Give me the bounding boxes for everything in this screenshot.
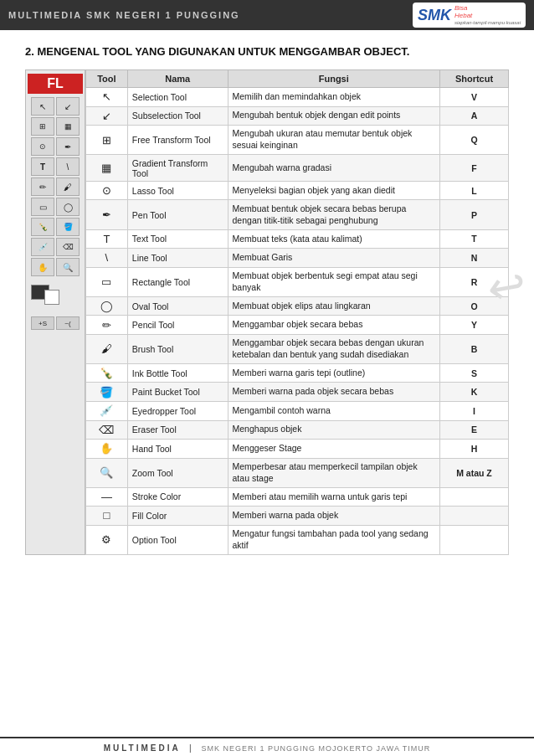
table-wrapper: FL ↖ ↙ ⊞ ▦ ⊙ ✒ T \ ✏ 🖌 ▭ ◯ [25,69,509,555]
zoom-icon[interactable]: 🔍 [56,258,80,276]
tool-shortcut-cell: B [439,334,508,363]
tool-fungsi-cell: Membuat teks (kata atau kalimat) [228,229,439,249]
tool-icon-cell: ✒ [86,200,128,229]
tool-icon-cell: — [86,487,128,507]
tool-icon-cell: 💉 [86,401,128,420]
table-row: \ Line Tool Membuat Garis N [86,249,509,268]
color-swatches [31,285,80,310]
tool-fungsi-cell: Memberi warna garis tepi (outline) [228,363,439,383]
header-title: MULTIMEDIA SMK NEGERI 1 PUNGGING [8,10,240,20]
pen-icon[interactable]: ✒ [56,137,80,156]
fill-color-swatch[interactable] [44,290,59,305]
tool-fungsi-cell: Menggambar objek secara bebas [228,316,439,335]
hand-icon[interactable]: ✋ [31,258,54,276]
logo-smk-text: SMK [418,7,451,24]
tool-name-cell: Option Tool [127,525,228,554]
rectangle-icon[interactable]: ▭ [31,198,54,216]
table-row: ▭ Rectangle Tool Membuat objek berbentuk… [86,267,509,296]
tool-name-cell: Selection Tool [127,88,228,107]
tool-shortcut-cell: V [439,88,508,107]
tool-shortcut-cell: S [439,363,508,383]
table-row: ⌫ Eraser Tool Menghapus objek E [86,420,509,440]
tool-fungsi-cell: Mengubah bentuk objek dengan edit points [228,106,439,126]
brush-icon[interactable]: 🖌 [56,177,80,196]
table-row: ⊙ Lasso Tool Menyeleksi bagian objek yan… [86,181,509,200]
tool-icon-cell: ✋ [86,440,128,459]
table-row: ↙ Subselection Tool Mengubah bentuk obje… [86,106,509,126]
table-row: □ Fill Color Memberi warna pada objek [86,507,509,526]
tool-fungsi-cell: Memberi warna pada objek [228,507,439,526]
tool-fungsi-cell: Membuat objek berbentuk segi empat atau … [228,267,439,296]
tool-shortcut-cell: T [439,229,508,249]
logo-area: SMK Bisa Hebat siapkan·tampil·mampu·kuas… [413,3,526,28]
pencil-icon[interactable]: ✏ [31,177,54,196]
snap-button[interactable]: +S [31,316,54,330]
toolbar-row-9: ✋ 🔍 [31,258,80,276]
tool-shortcut-cell: H [439,440,508,459]
tool-name-cell: Text Tool [127,229,228,249]
table-row: 🖌 Brush Tool Menggambar objek secara beb… [86,334,509,363]
tool-fungsi-cell: Menyeleksi bagian objek yang akan diedit [228,181,439,200]
tool-icon-cell: 🪣 [86,383,128,402]
tool-icon-cell: \ [86,249,128,268]
tool-shortcut-cell: M atau Z [439,458,508,487]
tool-shortcut-cell: Y [439,316,508,335]
tool-name-cell: Zoom Tool [127,458,228,487]
text-icon[interactable]: T [31,157,54,176]
eyedropper-icon[interactable]: 💉 [31,238,54,256]
tool-table: Tool Nama Fungsi Shortcut ↖ Selection To… [85,69,509,555]
tool-fungsi-cell: Membuat objek elips atau lingkaran [228,296,439,316]
table-row: ⚙ Option Tool Mengatur fungsi tambahan p… [86,525,509,554]
table-row: ✋ Hand Tool Menggeser Stage H [86,440,509,459]
toolbar-row-2: ⊞ ▦ [31,117,80,136]
tool-icon-cell: T [86,229,128,249]
tool-fungsi-cell: Menggeser Stage [228,440,439,459]
lasso-icon[interactable]: ⊙ [31,137,54,156]
tool-fungsi-cell: Mengambil contoh warna [228,401,439,420]
gradient-transform-icon[interactable]: ▦ [56,117,80,136]
smooth-button[interactable]: ~( [56,316,80,330]
col-nama: Nama [127,70,228,88]
tool-fungsi-cell: Menghapus objek [228,420,439,440]
table-row: 🔍 Zoom Tool Memperbesar atau memperkecil… [86,458,509,487]
tool-name-cell: Oval Tool [127,296,228,316]
toolbar-row-4: T \ [31,157,80,176]
paintbucket-icon[interactable]: 🪣 [56,218,80,236]
oval-icon[interactable]: ◯ [56,198,80,216]
table-row: ▦ Gradient Transform Tool Mengubah warna… [86,155,509,182]
tool-name-cell: Subselection Tool [127,106,228,126]
table-row: T Text Tool Membuat teks (kata atau kali… [86,229,509,249]
tool-name-cell: Pen Tool [127,200,228,229]
tool-name-cell: Eraser Tool [127,420,228,440]
line-icon[interactable]: \ [56,157,80,176]
table-row: — Stroke Color Memberi atau memilih warn… [86,487,509,507]
toolbar-extras: +S ~( [31,316,80,330]
tool-shortcut-cell: P [439,200,508,229]
tool-fungsi-cell: Memperbesar atau memperkecil tampilan ob… [228,458,439,487]
subselection-icon[interactable]: ↙ [56,97,80,116]
table-row: 💉 Eyedropper Tool Mengambil contoh warna… [86,401,509,420]
tool-icon-cell: ✏ [86,316,128,335]
tool-icon-cell: ⊞ [86,126,128,155]
tool-shortcut-cell: L [439,181,508,200]
tool-icon-cell: ↖ [86,88,128,107]
col-shortcut: Shortcut [439,70,508,88]
selection-icon[interactable]: ↖ [31,97,54,116]
toolbar-row-8: 💉 ⌫ [31,238,80,256]
table-row: ⊞ Free Transform Tool Mengubah ukuran at… [86,126,509,155]
footer-brand: MULTIMEDIA [104,743,181,753]
table-row: ◯ Oval Tool Membuat objek elips atau lin… [86,296,509,316]
footer-separator: | [189,743,193,753]
tool-shortcut-cell [439,525,508,554]
eraser-icon[interactable]: ⌫ [56,238,80,256]
free-transform-icon[interactable]: ⊞ [31,117,54,136]
toolbar-row-3: ⊙ ✒ [31,137,80,156]
tool-icon-cell: 🖌 [86,334,128,363]
tool-name-cell: Rectangle Tool [127,267,228,296]
tool-icon-cell: 🔍 [86,458,128,487]
table-header-row: Tool Nama Fungsi Shortcut [86,70,509,88]
toolbar-row-7: 🍾 🪣 [31,218,80,236]
col-tool: Tool [86,70,128,88]
inkbottle-icon[interactable]: 🍾 [31,218,54,236]
tool-shortcut-cell: K [439,383,508,402]
